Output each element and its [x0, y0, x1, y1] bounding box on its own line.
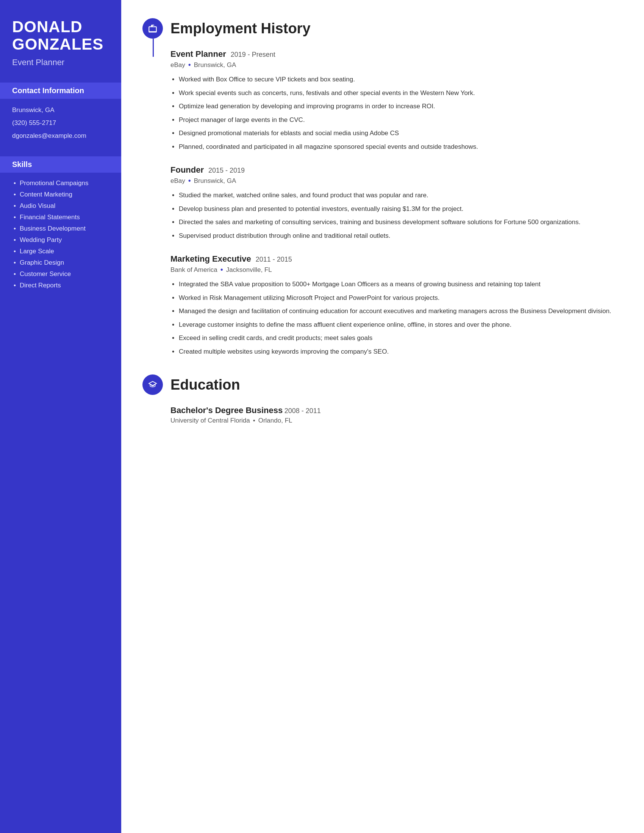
edu-dates-0-text: 2008 - 2011 [285, 407, 321, 415]
edu-school-row-0: University of Central Florida • Orlando,… [171, 417, 623, 425]
briefcase-icon [142, 18, 163, 39]
skill-item: Promotional Campaigns [12, 180, 109, 187]
skill-item: Content Marketing [12, 191, 109, 198]
job-dates-2: 2011 - 2015 [256, 256, 292, 264]
skills-section-header: Skills [0, 156, 121, 173]
bullet-item: Worked in Risk Management utilizing Micr… [171, 293, 623, 303]
job-dates-1: 2015 - 2019 [208, 167, 245, 175]
bullet-item: Worked with Box Office to secure VIP tic… [171, 75, 623, 84]
job-location-1: Brunswick, GA [194, 177, 236, 185]
skill-item: Financial Statements [12, 214, 109, 221]
bullet-item: Designed promotional materials for eblas… [171, 129, 623, 138]
job-title-0: Event Planner [171, 49, 226, 59]
job-company-1: eBay [171, 177, 185, 185]
job-dates-0: 2019 - Present [231, 51, 275, 59]
bullet-item: Planned, coordinated and participated in… [171, 142, 623, 152]
job-company-0: eBay [171, 61, 185, 69]
bullet-item: Optimize lead generation by developing a… [171, 101, 623, 111]
bullet-item: Develop business plan and presented to p… [171, 204, 623, 214]
skill-item: Customer Service [12, 270, 109, 278]
job-block-1: Founder 2015 - 2019 eBay • Brunswick, GA… [171, 165, 623, 240]
bullet-item: Exceed in selling credit cards, and cred… [171, 333, 623, 343]
job-title-row-2: Marketing Executive 2011 - 2015 [171, 254, 623, 264]
skill-item: Audio Visual [12, 202, 109, 210]
dot-icon: • [188, 61, 191, 69]
job-company-2: Bank of America [171, 266, 217, 274]
edu-degree-row: Bachelor's Degree Business 2008 - 2011 [171, 405, 623, 415]
job-title-row-0: Event Planner 2019 - Present [171, 49, 623, 59]
candidate-title: Event Planner [12, 58, 109, 68]
job-title-row-1: Founder 2015 - 2019 [171, 165, 623, 175]
job-block-2: Marketing Executive 2011 - 2015 Bank of … [171, 254, 623, 356]
job-company-row-0: eBay • Brunswick, GA [171, 61, 623, 69]
job-bullets-1: Studied the market, watched online sales… [171, 190, 623, 240]
employment-title: Employment History [171, 21, 311, 37]
education-header-row: Education [142, 375, 623, 395]
job-title-2: Marketing Executive [171, 254, 251, 264]
edu-degree-0: Bachelor's Degree Business [171, 405, 283, 415]
job-company-row-1: eBay • Brunswick, GA [171, 177, 623, 185]
job-company-row-2: Bank of America • Jacksonville, FL [171, 265, 623, 274]
dot-icon: • [221, 265, 223, 274]
contact-phone: (320) 555-2717 [12, 119, 109, 128]
dot-icon: • [188, 177, 191, 185]
main-content: Employment History Event Planner 2019 - … [121, 0, 644, 833]
contact-section-header: Contact Information [0, 82, 121, 99]
bullet-item: Work special events such as concerts, ru… [171, 88, 623, 98]
contact-location: Brunswick, GA [12, 106, 109, 115]
graduation-cap-icon [142, 375, 163, 395]
skills-section: Skills Promotional Campaigns Content Mar… [12, 156, 109, 293]
skill-item: Graphic Design [12, 259, 109, 267]
skill-item: Large Scale [12, 248, 109, 255]
sidebar: DONALD GONZALES Event Planner Contact In… [0, 0, 121, 833]
job-location-2: Jacksonville, FL [226, 266, 272, 274]
bullet-item: Created multiple websites using keywords… [171, 347, 623, 357]
bullet-item: Integrated the SBA value proposition to … [171, 280, 623, 289]
resume-container: DONALD GONZALES Event Planner Contact In… [0, 0, 644, 833]
bullet-item: Studied the market, watched online sales… [171, 190, 623, 200]
job-bullets-2: Integrated the SBA value proposition to … [171, 280, 623, 356]
contact-section: Contact Information Brunswick, GA (320) … [12, 82, 109, 144]
employment-header-row: Employment History [142, 18, 623, 39]
edu-location-0: Orlando, FL [258, 417, 293, 425]
education-section: Education Bachelor's Degree Business 200… [142, 375, 623, 425]
skill-item: Wedding Party [12, 236, 109, 244]
bullet-item: Project manager of large events in the C… [171, 115, 623, 125]
skills-list: Promotional Campaigns Content Marketing … [12, 180, 109, 289]
job-title-1: Founder [171, 165, 204, 175]
employment-section: Employment History Event Planner 2019 - … [142, 18, 623, 356]
dot-icon: • [253, 417, 255, 425]
bullet-item: Supervised product distribution through … [171, 231, 623, 241]
candidate-name: DONALD GONZALES [12, 18, 109, 53]
job-bullets-0: Worked with Box Office to secure VIP tic… [171, 75, 623, 151]
skill-item: Business Development [12, 225, 109, 233]
education-block-0: Bachelor's Degree Business 2008 - 2011 U… [171, 405, 623, 425]
education-title: Education [171, 377, 240, 393]
bullet-item: Leverage customer insights to define the… [171, 320, 623, 330]
edu-school-0: University of Central Florida [171, 417, 250, 425]
timeline-line [153, 39, 154, 57]
job-location-0: Brunswick, GA [194, 61, 236, 69]
job-block-0: Event Planner 2019 - Present eBay • Brun… [171, 49, 623, 151]
bullet-item: Managed the design and facilitation of c… [171, 306, 623, 316]
skill-item: Direct Reports [12, 282, 109, 289]
contact-email: dgonzales@example.com [12, 131, 109, 140]
bullet-item: Directed the sales and marketing of cons… [171, 217, 623, 227]
